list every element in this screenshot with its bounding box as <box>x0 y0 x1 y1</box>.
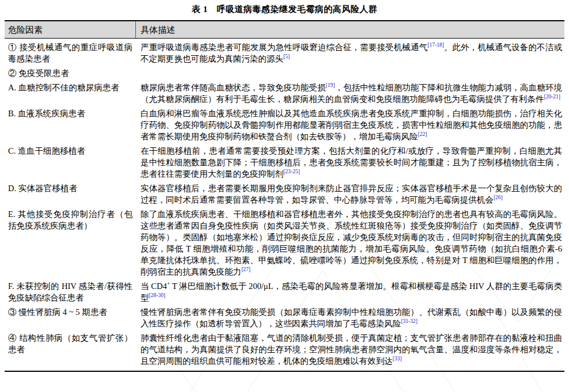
citation-ref[interactable]: [26] <box>494 195 503 200</box>
table-row: B. 血液系统疾病患者白血病和淋巴瘤等血液系统恶性肿瘤以及其他造血系统疾病患者免… <box>5 108 564 142</box>
risk-factor-cell: B. 血液系统疾病患者 <box>5 108 136 142</box>
risk-factor-cell: ③ 慢性肾脏病 4 ~ 5 期患者 <box>5 306 136 329</box>
citation-ref[interactable]: [28-30] <box>149 292 166 298</box>
citation-ref[interactable]: [20-21] <box>544 94 561 100</box>
description-cell: 严重呼吸道病毒感染患者可能发展为急性呼吸窘迫综合征，需要接受机械通气[17-18… <box>136 41 564 64</box>
description-cell: 在干细胞移植前，患者通常需要接受预处理方案，包括大剂量的化疗和/或放疗，导致骨髓… <box>136 145 564 180</box>
table-row: F. 未获控制的 HIV 感染者/获得性免疫缺陷综合征患者当 CD4+ T 淋巴… <box>5 280 564 303</box>
risk-factor-cell: D. 实体器官移植者 <box>5 182 136 205</box>
citation-ref[interactable]: [31-32] <box>401 318 418 324</box>
citation-ref[interactable]: [33] <box>393 356 402 361</box>
header-description: 具体描述 <box>136 21 564 39</box>
risk-table: 危险因素 具体描述 ① 接受机械通气的重症呼吸道病毒感染患者严重呼吸道病毒感染患… <box>5 20 564 372</box>
table-body: ① 接受机械通气的重症呼吸道病毒感染患者严重呼吸道病毒感染患者可能发展为急性呼吸… <box>5 39 564 371</box>
citation-ref[interactable]: [23-25] <box>283 169 300 174</box>
citation-ref[interactable]: [5] <box>283 54 290 59</box>
risk-factor-cell: C. 造血干细胞移植者 <box>5 145 136 180</box>
table-title: 表 1 呼吸道病毒感染继发毛霉病的高风险人群 <box>0 0 569 15</box>
risk-factor-cell: ① 接受机械通气的重症呼吸道病毒感染患者 <box>5 41 136 64</box>
description-cell: 实体器官移植后，患者需要长期服用免疫抑制剂来防止器官排异反应；实体器官移植手术是… <box>136 182 564 205</box>
table-row: ④ 结构性肺病（如支气管扩张）患者肺囊性纤维化患者由于黏液阻塞，气道的清除机制受… <box>5 332 564 367</box>
risk-factor-cell: ④ 结构性肺病（如支气管扩张）患者 <box>5 332 136 367</box>
citation-ref[interactable]: [17-18] <box>427 42 444 48</box>
table-header-row: 危险因素 具体描述 <box>5 21 564 39</box>
citation-ref[interactable]: [19] <box>326 82 335 88</box>
description-cell <box>136 67 564 79</box>
citation-ref[interactable]: [27] <box>241 267 251 272</box>
table-row: D. 实体器官移植者实体器官移植后，患者需要长期服用免疫抑制剂来防止器官排异反应… <box>5 182 564 205</box>
table-row: ② 免疫受限患者 <box>5 67 564 79</box>
superscript: + <box>167 281 170 287</box>
description-cell: 肺囊性纤维化患者由于黏液阻塞，气道的清除机制受损，便于真菌定植；支气管扩张患者肺… <box>136 332 564 367</box>
risk-factor-cell: E. 其他接受免疫抑制治疗者（包括免疫系统疾病患者） <box>5 208 136 277</box>
table-row: C. 造血干细胞移植者在干细胞移植前，患者通常需要接受预处理方案，包括大剂量的化… <box>5 145 564 180</box>
risk-factor-cell: ② 免疫受限患者 <box>5 67 136 79</box>
description-cell: 白血病和淋巴瘤等血液系统恶性肿瘤以及其他造血系统疾病患者免疫系统严重抑制，白细胞… <box>136 108 564 142</box>
description-cell: 慢性肾脏病患者常伴有免疫功能受损（如尿毒症毒素抑制中性粒细胞功能）、代谢紊乱（如… <box>136 306 564 329</box>
risk-factor-cell: F. 未获控制的 HIV 感染者/获得性免疫缺陷综合征患者 <box>5 280 136 303</box>
table-row: E. 其他接受免疫抑制治疗者（包括免疫系统疾病患者）除了血液系统疾病患者、干细胞… <box>5 208 564 277</box>
description-cell: 当 CD4+ T 淋巴细胞计数低于 200/μL，感染毛霉的风险将显著增加。根霉… <box>136 280 564 303</box>
table-row: ① 接受机械通气的重症呼吸道病毒感染患者严重呼吸道病毒感染患者可能发展为急性呼吸… <box>5 41 564 64</box>
risk-factor-cell: A. 血糖控制不佳的糖尿病患者 <box>5 82 136 105</box>
table-row: ③ 慢性肾脏病 4 ~ 5 期患者慢性肾脏病患者常伴有免疫功能受损（如尿毒症毒素… <box>5 306 564 329</box>
table-row: A. 血糖控制不佳的糖尿病患者糖尿病患者常伴随高血糖状态，导致免疫功能受损[19… <box>5 82 564 105</box>
description-cell: 除了血液系统疾病患者、干细胞移植和器官移植患者外，其他接受免疫抑制治疗的患者也具… <box>136 208 564 277</box>
header-risk-factor: 危险因素 <box>5 21 136 38</box>
description-cell: 糖尿病患者常伴随高血糖状态，导致免疫功能受损[19]，包括中性粒细胞功能下降和抗… <box>136 82 564 105</box>
citation-ref[interactable]: [22] <box>418 131 427 137</box>
page: 表 1 呼吸道病毒感染继发毛霉病的高风险人群 危险因素 具体描述 ① 接受机械通… <box>0 0 569 392</box>
